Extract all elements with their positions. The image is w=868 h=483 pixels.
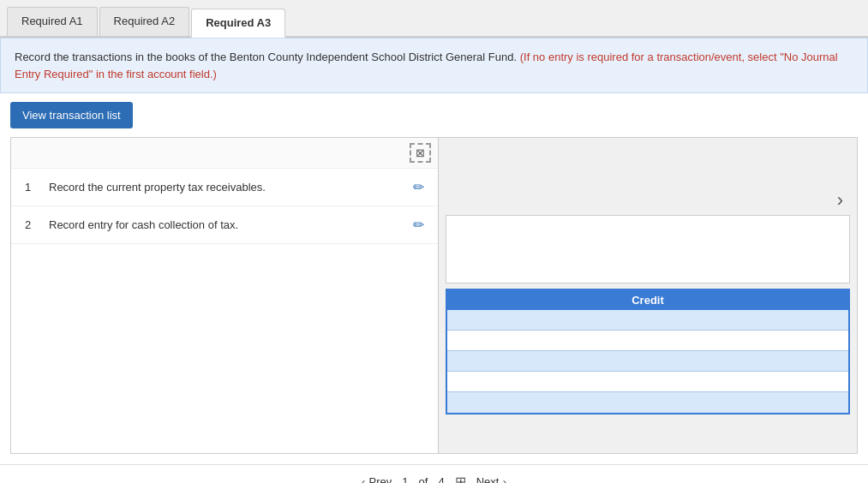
credit-row-2[interactable] [447, 331, 848, 351]
next-button[interactable]: Next › [476, 474, 507, 483]
tab-required-a2[interactable]: Required A2 [99, 7, 190, 36]
tab-required-a3[interactable]: Required A3 [191, 9, 285, 38]
close-icon: ⊠ [416, 146, 425, 159]
left-panel-header: ⊠ [11, 138, 438, 169]
transaction-text-1: Record the current property tax receivab… [49, 181, 403, 194]
tabs-bar: Required A1 Required A2 Required A3 [0, 0, 868, 38]
transaction-num-1: 1 [25, 181, 39, 194]
page-of-label: of [419, 475, 428, 483]
chevron-right-icon[interactable]: › [837, 189, 843, 212]
next-arrow-icon: › [502, 474, 506, 483]
main-content: ⊠ 1 Record the current property tax rece… [0, 137, 868, 464]
pagination-bar: ‹ Prev 1 of 4 ⊞ Next › [0, 464, 868, 483]
prev-button[interactable]: ‹ Prev [362, 474, 392, 483]
prev-arrow-icon: ‹ [362, 474, 366, 483]
credit-row-4[interactable] [447, 372, 848, 392]
empty-journal-box [446, 215, 850, 283]
transaction-num-2: 2 [25, 218, 39, 231]
credit-section: Credit [446, 289, 850, 414]
transaction-row-2: 2 Record entry for cash collection of ta… [11, 206, 438, 244]
edit-icon-2[interactable]: ✏ [413, 217, 424, 233]
grid-icon[interactable]: ⊞ [455, 474, 466, 483]
credit-row-1[interactable] [447, 310, 848, 331]
transaction-text-2: Record entry for cash collection of tax. [49, 218, 403, 231]
next-label: Next [476, 475, 500, 483]
page-total: 4 [438, 475, 444, 483]
right-panel: › Credit [439, 137, 858, 454]
left-panel: ⊠ 1 Record the current property tax rece… [10, 137, 439, 454]
page-current: 1 [402, 475, 408, 483]
tab-required-a1[interactable]: Required A1 [7, 7, 98, 36]
instruction-main-text: Record the transactions in the books of … [15, 51, 517, 63]
view-transaction-button[interactable]: View transaction list [10, 102, 133, 128]
credit-row-3[interactable] [447, 351, 848, 372]
transaction-row-1: 1 Record the current property tax receiv… [11, 169, 438, 206]
credit-row-5[interactable] [447, 392, 848, 413]
edit-icon-1[interactable]: ✏ [413, 179, 424, 195]
journal-table-area: Credit [446, 215, 850, 414]
prev-label: Prev [369, 475, 392, 483]
instruction-box: Record the transactions in the books of … [0, 38, 868, 93]
credit-column-header: Credit [447, 290, 848, 310]
close-button[interactable]: ⊠ [410, 143, 431, 163]
